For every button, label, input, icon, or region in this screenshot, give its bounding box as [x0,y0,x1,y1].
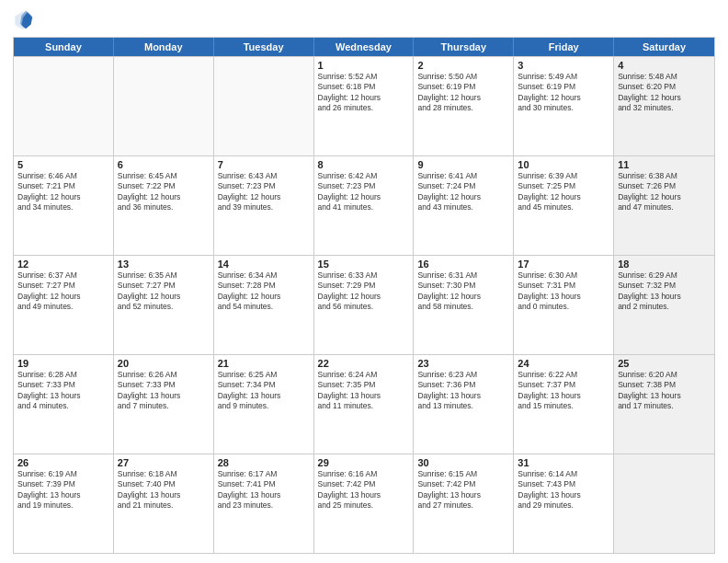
cal-cell-4-4: 30Sunrise: 6:15 AM Sunset: 7:42 PM Dayli… [414,454,514,553]
cell-info-text: Sunrise: 6:37 AM Sunset: 7:27 PM Dayligh… [17,270,109,313]
cell-info-text: Sunrise: 6:30 AM Sunset: 7:31 PM Dayligh… [518,270,609,313]
calendar-row-2: 12Sunrise: 6:37 AM Sunset: 7:27 PM Dayli… [14,255,714,354]
cell-info-text: Sunrise: 6:19 AM Sunset: 7:39 PM Dayligh… [17,469,109,511]
day-number: 11 [618,159,711,170]
calendar: SundayMondayTuesdayWednesdayThursdayFrid… [13,37,715,554]
cell-info-text: Sunrise: 6:16 AM Sunset: 7:42 PM Dayligh… [318,469,410,511]
day-number: 16 [417,259,509,270]
cal-cell-2-2: 14Sunrise: 6:34 AM Sunset: 7:28 PM Dayli… [214,256,314,354]
cal-cell-0-4: 2Sunrise: 5:50 AM Sunset: 6:19 PM Daylig… [414,57,514,155]
cell-info-text: Sunrise: 6:24 AM Sunset: 7:35 PM Dayligh… [318,370,410,412]
logo-icon [13,9,33,29]
cal-cell-2-5: 17Sunrise: 6:30 AM Sunset: 7:31 PM Dayli… [514,256,614,354]
day-number: 29 [318,457,410,468]
cal-cell-1-6: 11Sunrise: 6:38 AM Sunset: 7:26 PM Dayli… [614,156,714,255]
cal-cell-4-2: 28Sunrise: 6:17 AM Sunset: 7:41 PM Dayli… [214,454,314,553]
cell-info-text: Sunrise: 6:20 AM Sunset: 7:38 PM Dayligh… [618,370,711,412]
cell-info-text: Sunrise: 6:33 AM Sunset: 7:29 PM Dayligh… [318,270,410,313]
day-number: 8 [318,159,410,170]
calendar-row-0: 1Sunrise: 5:52 AM Sunset: 6:18 PM Daylig… [14,56,714,155]
header-day-tuesday: Tuesday [214,38,314,56]
day-number: 2 [417,60,509,71]
cell-info-text: Sunrise: 6:18 AM Sunset: 7:40 PM Dayligh… [118,469,210,511]
day-number: 13 [118,259,210,270]
day-number: 3 [518,60,609,71]
cell-info-text: Sunrise: 6:14 AM Sunset: 7:43 PM Dayligh… [518,469,609,511]
header-day-friday: Friday [514,38,614,56]
cal-cell-2-6: 18Sunrise: 6:29 AM Sunset: 7:32 PM Dayli… [614,256,714,354]
day-number: 19 [17,358,109,369]
logo [13,9,37,29]
cal-cell-1-3: 8Sunrise: 6:42 AM Sunset: 7:23 PM Daylig… [314,156,415,255]
cell-info-text: Sunrise: 6:29 AM Sunset: 7:32 PM Dayligh… [618,270,711,313]
cal-cell-1-2: 7Sunrise: 6:43 AM Sunset: 7:23 PM Daylig… [214,156,314,255]
cell-info-text: Sunrise: 5:50 AM Sunset: 6:19 PM Dayligh… [417,72,509,114]
cal-cell-1-1: 6Sunrise: 6:45 AM Sunset: 7:22 PM Daylig… [114,156,214,255]
cell-info-text: Sunrise: 6:25 AM Sunset: 7:34 PM Dayligh… [218,370,310,412]
cal-cell-4-5: 31Sunrise: 6:14 AM Sunset: 7:43 PM Dayli… [514,454,614,553]
day-number: 9 [417,159,509,170]
day-number: 15 [318,259,410,270]
cal-cell-4-1: 27Sunrise: 6:18 AM Sunset: 7:40 PM Dayli… [114,454,214,553]
day-number: 26 [17,457,109,468]
page: SundayMondayTuesdayWednesdayThursdayFrid… [0,0,728,563]
header-day-sunday: Sunday [14,38,114,56]
cell-info-text: Sunrise: 6:22 AM Sunset: 7:37 PM Dayligh… [518,370,609,412]
cell-info-text: Sunrise: 6:35 AM Sunset: 7:27 PM Dayligh… [118,270,210,313]
cell-info-text: Sunrise: 6:43 AM Sunset: 7:23 PM Dayligh… [218,171,310,213]
cell-info-text: Sunrise: 6:42 AM Sunset: 7:23 PM Dayligh… [318,171,410,213]
cal-cell-2-1: 13Sunrise: 6:35 AM Sunset: 7:27 PM Dayli… [114,256,214,354]
day-number: 30 [417,457,509,468]
day-number: 1 [318,60,410,71]
header-day-monday: Monday [114,38,214,56]
cal-cell-2-0: 12Sunrise: 6:37 AM Sunset: 7:27 PM Dayli… [14,256,114,354]
cell-info-text: Sunrise: 6:23 AM Sunset: 7:36 PM Dayligh… [417,370,509,412]
day-number: 17 [518,259,609,270]
day-number: 24 [518,358,609,369]
cal-cell-0-6: 4Sunrise: 5:48 AM Sunset: 6:20 PM Daylig… [614,57,714,155]
day-number: 31 [518,457,609,468]
cal-cell-0-5: 3Sunrise: 5:49 AM Sunset: 6:19 PM Daylig… [514,57,614,155]
day-number: 20 [118,358,210,369]
cal-cell-3-3: 22Sunrise: 6:24 AM Sunset: 7:35 PM Dayli… [314,355,415,454]
cell-info-text: Sunrise: 5:52 AM Sunset: 6:18 PM Dayligh… [318,72,410,114]
day-number: 4 [618,60,711,71]
cal-cell-0-0 [14,57,114,155]
cal-cell-2-3: 15Sunrise: 6:33 AM Sunset: 7:29 PM Dayli… [314,256,415,354]
cal-cell-0-2 [214,57,314,155]
calendar-row-4: 26Sunrise: 6:19 AM Sunset: 7:39 PM Dayli… [14,454,714,553]
header-day-thursday: Thursday [414,38,514,56]
cell-info-text: Sunrise: 6:41 AM Sunset: 7:24 PM Dayligh… [417,171,509,213]
day-number: 21 [218,358,310,369]
cal-cell-4-3: 29Sunrise: 6:16 AM Sunset: 7:42 PM Dayli… [314,454,415,553]
header-day-wednesday: Wednesday [314,38,415,56]
calendar-body: 1Sunrise: 5:52 AM Sunset: 6:18 PM Daylig… [14,56,714,553]
cal-cell-4-6 [614,454,714,553]
cal-cell-3-0: 19Sunrise: 6:28 AM Sunset: 7:33 PM Dayli… [14,355,114,454]
cal-cell-4-0: 26Sunrise: 6:19 AM Sunset: 7:39 PM Dayli… [14,454,114,553]
cell-info-text: Sunrise: 5:48 AM Sunset: 6:20 PM Dayligh… [618,72,711,114]
cal-cell-1-4: 9Sunrise: 6:41 AM Sunset: 7:24 PM Daylig… [414,156,514,255]
cal-cell-3-5: 24Sunrise: 6:22 AM Sunset: 7:37 PM Dayli… [514,355,614,454]
day-number: 27 [118,457,210,468]
cell-info-text: Sunrise: 5:49 AM Sunset: 6:19 PM Dayligh… [518,72,609,114]
cal-cell-1-0: 5Sunrise: 6:46 AM Sunset: 7:21 PM Daylig… [14,156,114,255]
calendar-row-1: 5Sunrise: 6:46 AM Sunset: 7:21 PM Daylig… [14,155,714,255]
cal-cell-0-3: 1Sunrise: 5:52 AM Sunset: 6:18 PM Daylig… [314,57,415,155]
day-number: 23 [417,358,509,369]
cal-cell-3-2: 21Sunrise: 6:25 AM Sunset: 7:34 PM Dayli… [214,355,314,454]
cal-cell-3-6: 25Sunrise: 6:20 AM Sunset: 7:38 PM Dayli… [614,355,714,454]
day-number: 12 [17,259,109,270]
day-number: 7 [218,159,310,170]
cell-info-text: Sunrise: 6:15 AM Sunset: 7:42 PM Dayligh… [417,469,509,511]
cal-cell-3-4: 23Sunrise: 6:23 AM Sunset: 7:36 PM Dayli… [414,355,514,454]
cell-info-text: Sunrise: 6:28 AM Sunset: 7:33 PM Dayligh… [17,370,109,412]
day-number: 22 [318,358,410,369]
day-number: 14 [218,259,310,270]
cell-info-text: Sunrise: 6:39 AM Sunset: 7:25 PM Dayligh… [518,171,609,213]
cal-cell-3-1: 20Sunrise: 6:26 AM Sunset: 7:33 PM Dayli… [114,355,214,454]
cal-cell-2-4: 16Sunrise: 6:31 AM Sunset: 7:30 PM Dayli… [414,256,514,354]
day-number: 18 [618,259,711,270]
header-day-saturday: Saturday [614,38,714,56]
day-number: 10 [518,159,609,170]
